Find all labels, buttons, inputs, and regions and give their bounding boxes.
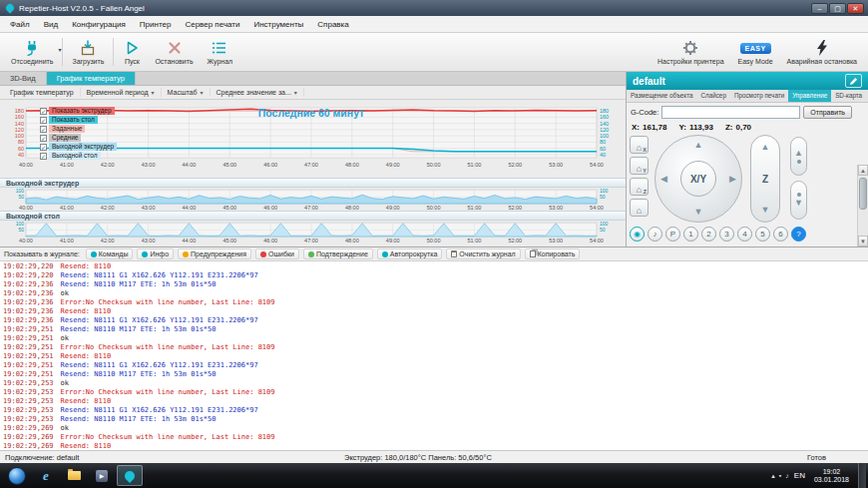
close-button[interactable]: ✕ <box>847 3 864 14</box>
legend-checkbox[interactable]: ✓ <box>40 126 47 133</box>
output-bed-header[interactable]: Выходной стол <box>0 211 626 221</box>
minimize-button[interactable]: – <box>811 3 828 14</box>
chart-toolbar-item-0[interactable]: График температур <box>4 88 81 97</box>
toolbar-stop-button[interactable]: Остановить <box>148 34 200 70</box>
xy-center-button[interactable]: X/Y <box>680 161 716 197</box>
legend-item-3: ✓Средние <box>40 134 117 142</box>
toolbar-load-button[interactable]: Загрузить <box>65 34 111 70</box>
jog-z-minus-button[interactable]: ▼ <box>761 206 770 215</box>
panel-tab-0[interactable]: Размещение объекта <box>627 90 696 102</box>
action-center-icon[interactable]: ▪ <box>779 472 781 480</box>
z-jog-pad[interactable]: ▲ Z ▼ <box>750 135 780 223</box>
menu-item-6[interactable]: Справка <box>310 18 355 31</box>
log-filter-4[interactable]: Подтверждение <box>303 248 373 259</box>
taskbar-app-repetier-host[interactable] <box>117 465 143 486</box>
park-button[interactable]: P <box>665 227 680 242</box>
log-filter-0[interactable]: Команды <box>86 248 134 259</box>
jog-x-plus-button[interactable]: ▶ <box>729 175 736 184</box>
home-Z-button[interactable]: ⌂Z <box>630 178 649 196</box>
preset-5-button[interactable]: 5 <box>755 227 770 242</box>
chart-toolbar-item-2[interactable]: Масштаб▾ <box>162 88 211 97</box>
preset-6-button[interactable]: 6 <box>773 227 788 242</box>
toolbar-printer-settings-label: Настройки принтера <box>657 58 724 65</box>
log-filter-7[interactable]: Копировать <box>525 248 581 259</box>
log-filter-3[interactable]: Ошибки <box>255 248 299 259</box>
scroll-up-icon[interactable]: ▲ <box>858 165 868 176</box>
log-filter-5[interactable]: Автопрокрутка <box>377 248 443 259</box>
app-logo-icon <box>4 2 15 13</box>
log-message: ok <box>61 379 69 387</box>
legend-checkbox[interactable]: ✓ <box>40 153 47 160</box>
chart-toolbar-item-1[interactable]: Временной период▾ <box>81 88 162 97</box>
legend-checkbox[interactable]: ✓ <box>40 117 47 124</box>
extrude-button[interactable]: ▼ <box>790 181 807 220</box>
taskbar-clock[interactable]: 19:02 03.01.2018 <box>814 468 849 484</box>
retract-button[interactable]: ▲ <box>790 137 807 176</box>
toolbar-journal-button[interactable]: Журнал <box>201 34 240 70</box>
scrollbar-thumb[interactable] <box>859 178 867 210</box>
log-filter-2[interactable]: Предупреждения <box>178 248 251 259</box>
preset-2-button[interactable]: 2 <box>701 227 716 242</box>
preset-1-button[interactable]: 1 <box>683 227 698 242</box>
chart-toolbar-item-3[interactable]: Среднее значение за...▾ <box>211 88 304 97</box>
show-desktop-button[interactable] <box>858 463 866 488</box>
menu-item-5[interactable]: Инструменты <box>246 18 310 31</box>
toolbar-printer-settings-button[interactable]: Настройки принтера <box>651 34 731 70</box>
view-tab-0[interactable]: 3D-Вид <box>0 72 47 85</box>
preset-3-button[interactable]: 3 <box>719 227 734 242</box>
svg-text:40:00: 40:00 <box>19 238 33 244</box>
home-X-button[interactable]: ⌂X <box>630 136 649 154</box>
taskbar-app-windows-explorer[interactable] <box>61 465 87 486</box>
toolbar-start-button[interactable]: Пуск <box>116 34 148 70</box>
volume-icon[interactable]: ♪ <box>785 472 789 480</box>
home-all-button[interactable]: ⌂ <box>630 199 649 217</box>
gcode-input[interactable] <box>661 106 800 119</box>
jog-x-minus-button[interactable]: ◀ <box>660 175 667 184</box>
menu-item-1[interactable]: Вид <box>37 18 65 31</box>
panel-tab-4[interactable]: SD-карта <box>831 90 866 102</box>
log-timestamp: 19:02:29,236 <box>3 289 54 297</box>
help-button[interactable]: ? <box>791 227 806 242</box>
menu-item-0[interactable]: Файл <box>3 18 37 31</box>
panel-tab-1[interactable]: Слайсер <box>696 90 729 102</box>
toolbar-disconnect-button[interactable]: Отсоединить▾ <box>4 34 60 70</box>
taskbar-app-internet-explorer[interactable]: e <box>33 465 59 486</box>
log-filter-6[interactable]: Очистить журнал <box>446 248 520 259</box>
jog-z-plus-button[interactable]: ▲ <box>761 143 770 152</box>
panel-tab-2[interactable]: Просмотр печати <box>730 90 788 102</box>
legend-checkbox[interactable]: ✓ <box>40 108 47 115</box>
legend-checkbox[interactable]: ✓ <box>40 135 47 142</box>
legend-item-1: ✓Показать стол <box>40 116 117 124</box>
view-tab-1[interactable]: График температур <box>47 72 136 85</box>
start-button[interactable] <box>8 467 26 485</box>
output-extruder-header[interactable]: Выходной экструдер <box>0 178 626 188</box>
log-filter-1[interactable]: Инфо <box>137 248 174 259</box>
log-line: 19:02:29,253Resend: N8110 M117 ETE: 1h 5… <box>3 415 868 424</box>
edit-printer-button[interactable] <box>845 74 862 88</box>
home-Y-button[interactable]: ⌂Y <box>630 157 649 175</box>
panel-scrollbar[interactable]: ▲ ▼ <box>857 165 868 246</box>
jog-y-plus-button[interactable]: ▲ <box>694 141 703 150</box>
speaker-button[interactable]: ♪ <box>648 227 662 242</box>
menu-item-4[interactable]: Сервер печати <box>178 18 246 31</box>
log-message: Resend: N8110 M117 ETE: 1h 53m 01s*50 <box>61 325 217 333</box>
xy-jog-pad[interactable]: ▲ ▼ ◀ ▶ X/Y <box>654 135 742 223</box>
jog-y-minus-button[interactable]: ▼ <box>694 208 703 217</box>
gcode-send-button[interactable]: Отправить <box>803 106 852 119</box>
legend-item-0: ✓Показать экструдер <box>40 107 117 115</box>
taskbar-app-media-app[interactable]: ▶ <box>89 465 115 486</box>
scroll-down-icon[interactable]: ▼ <box>858 236 868 246</box>
hidden-icons-chevron[interactable]: ▴ <box>771 472 775 480</box>
maximize-button[interactable]: ▢ <box>829 3 846 14</box>
menu-item-2[interactable]: Конфигурация <box>65 18 133 31</box>
preset-4-button[interactable]: 4 <box>737 227 752 242</box>
power-button[interactable]: ◉ <box>630 227 645 242</box>
language-indicator[interactable]: EN <box>794 471 805 480</box>
panel-tab-3[interactable]: Управление <box>788 90 831 102</box>
toolbar-emergency-stop-button[interactable]: Аварийная остановка <box>780 34 864 70</box>
legend-checkbox[interactable]: ✓ <box>40 144 47 151</box>
menu-item-3[interactable]: Принтер <box>133 18 179 31</box>
lightning-icon <box>813 39 831 57</box>
toolbar-easy-mode-button[interactable]: EASYEasy Mode <box>731 34 780 70</box>
z-value: 0,70 <box>735 123 751 132</box>
